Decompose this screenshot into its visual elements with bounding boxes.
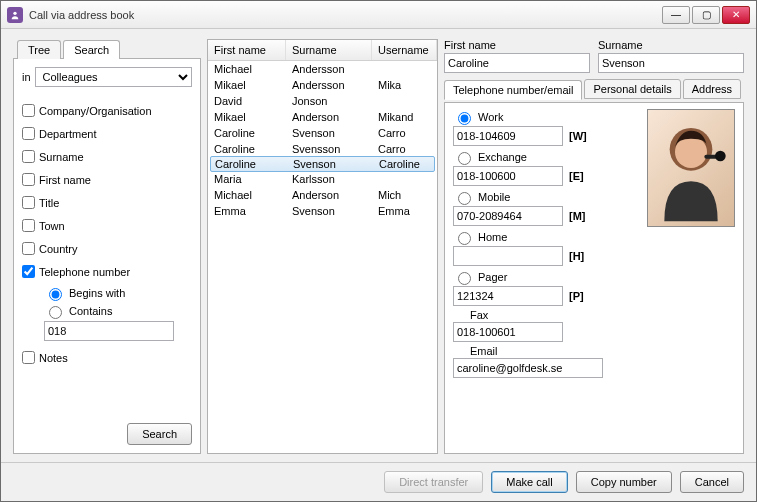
col-username[interactable]: Username: [372, 40, 437, 60]
val-exchange[interactable]: [453, 166, 563, 186]
lbl-mobile: Mobile: [478, 191, 510, 203]
val-email[interactable]: [453, 358, 603, 378]
chk-notes[interactable]: [22, 351, 35, 364]
chk-surname[interactable]: [22, 150, 35, 163]
tab-search[interactable]: Search: [63, 40, 120, 59]
radio-begins[interactable]: [49, 288, 62, 301]
radio-pager[interactable]: [458, 272, 471, 285]
table-row[interactable]: EmmaSvensonEmma: [208, 203, 437, 219]
table-row[interactable]: MichaelAndersonMich: [208, 187, 437, 203]
tab-address[interactable]: Address: [683, 79, 741, 99]
table-row[interactable]: DavidJonson: [208, 93, 437, 109]
tel-value-input[interactable]: [44, 321, 174, 341]
cell-surname: Karlsson: [286, 172, 372, 186]
detail-first-input[interactable]: [444, 53, 590, 73]
maximize-button[interactable]: ▢: [692, 6, 720, 24]
cell-surname: Anderson: [286, 188, 372, 202]
cell-first: Emma: [208, 204, 286, 218]
direct-transfer-button[interactable]: Direct transfer: [384, 471, 483, 493]
tab-telephone[interactable]: Telephone number/email: [444, 80, 582, 100]
cell-username: [372, 62, 437, 76]
results-body: MichaelAnderssonMikaelAnderssonMikaDavid…: [208, 61, 437, 219]
table-row[interactable]: CarolineSvensonCarro: [208, 125, 437, 141]
make-call-button[interactable]: Make call: [491, 471, 567, 493]
suf-work: [W]: [569, 130, 591, 142]
table-row[interactable]: MikaelAnderssonMika: [208, 77, 437, 93]
table-row[interactable]: MichaelAndersson: [208, 61, 437, 77]
footer: Direct transfer Make call Copy number Ca…: [1, 462, 756, 501]
cell-surname: Jonson: [286, 94, 372, 108]
minimize-button[interactable]: —: [662, 6, 690, 24]
lbl-pager: Pager: [478, 271, 507, 283]
left-tabs: Tree Search: [17, 39, 201, 58]
table-row[interactable]: CarolineSvenssonCarro: [208, 141, 437, 157]
chk-country[interactable]: [22, 242, 35, 255]
col-firstname[interactable]: First name: [208, 40, 286, 60]
val-work[interactable]: [453, 126, 563, 146]
val-home[interactable]: [453, 246, 563, 266]
col-surname[interactable]: Surname: [286, 40, 372, 60]
suf-exchange: [E]: [569, 170, 591, 182]
table-row[interactable]: CarolineSvensonCaroline: [210, 156, 435, 172]
radio-work[interactable]: [458, 112, 471, 125]
detail-surname-label: Surname: [598, 39, 744, 51]
cell-username: [372, 172, 437, 186]
detail-first-label: First name: [444, 39, 590, 51]
val-mobile[interactable]: [453, 206, 563, 226]
radio-home[interactable]: [458, 232, 471, 245]
lbl-title: Title: [39, 197, 59, 209]
chk-company[interactable]: [22, 104, 35, 117]
chk-firstname[interactable]: [22, 173, 35, 186]
lbl-telephone: Telephone number: [39, 266, 130, 278]
cell-username: Carro: [372, 126, 437, 140]
results-header: First name Surname Username: [208, 40, 437, 61]
chk-town[interactable]: [22, 219, 35, 232]
search-panel: in Colleagues Company/Organisation Depar…: [13, 58, 201, 454]
scope-select[interactable]: Colleagues: [35, 67, 192, 87]
close-button[interactable]: ✕: [722, 6, 750, 24]
chk-title[interactable]: [22, 196, 35, 209]
cell-username: Emma: [372, 204, 437, 218]
tab-tree[interactable]: Tree: [17, 40, 61, 59]
lbl-work: Work: [478, 111, 503, 123]
cell-first: Mikael: [208, 78, 286, 92]
app-icon: [7, 7, 23, 23]
cell-first: David: [208, 94, 286, 108]
cell-username: Mika: [372, 78, 437, 92]
window-buttons: — ▢ ✕: [662, 6, 750, 24]
content: Tree Search in Colleagues Company/Organi…: [1, 29, 756, 462]
val-pager[interactable]: [453, 286, 563, 306]
cell-first: Michael: [208, 62, 286, 76]
val-fax[interactable]: [453, 322, 563, 342]
cancel-button[interactable]: Cancel: [680, 471, 744, 493]
detail-surname-input[interactable]: [598, 53, 744, 73]
cell-username: Mich: [372, 188, 437, 202]
search-column: Tree Search in Colleagues Company/Organi…: [13, 39, 201, 454]
cell-first: Caroline: [208, 142, 286, 156]
cell-surname: Svensson: [286, 142, 372, 156]
in-label: in: [22, 71, 31, 83]
lbl-notes: Notes: [39, 352, 68, 364]
cell-first: Caroline: [211, 157, 289, 171]
copy-number-button[interactable]: Copy number: [576, 471, 672, 493]
radio-exchange[interactable]: [458, 152, 471, 165]
chk-department[interactable]: [22, 127, 35, 140]
cell-username: Mikand: [372, 110, 437, 124]
titlebar: Call via address book — ▢ ✕: [1, 1, 756, 29]
table-row[interactable]: MariaKarlsson: [208, 171, 437, 187]
table-row[interactable]: MikaelAndersonMikand: [208, 109, 437, 125]
tab-personal[interactable]: Personal details: [584, 79, 680, 99]
cell-username: Caroline: [375, 157, 434, 171]
window-title: Call via address book: [29, 9, 662, 21]
lbl-country: Country: [39, 243, 78, 255]
cell-surname: Svenson: [289, 157, 375, 171]
radio-contains[interactable]: [49, 306, 62, 319]
chk-telephone[interactable]: [22, 265, 35, 278]
results-list: First name Surname Username MichaelAnder…: [207, 39, 438, 454]
cell-username: [372, 94, 437, 108]
search-button[interactable]: Search: [127, 423, 192, 445]
lbl-fax: Fax: [470, 309, 488, 321]
radio-mobile[interactable]: [458, 192, 471, 205]
cell-first: Caroline: [208, 126, 286, 140]
lbl-firstname: First name: [39, 174, 91, 186]
